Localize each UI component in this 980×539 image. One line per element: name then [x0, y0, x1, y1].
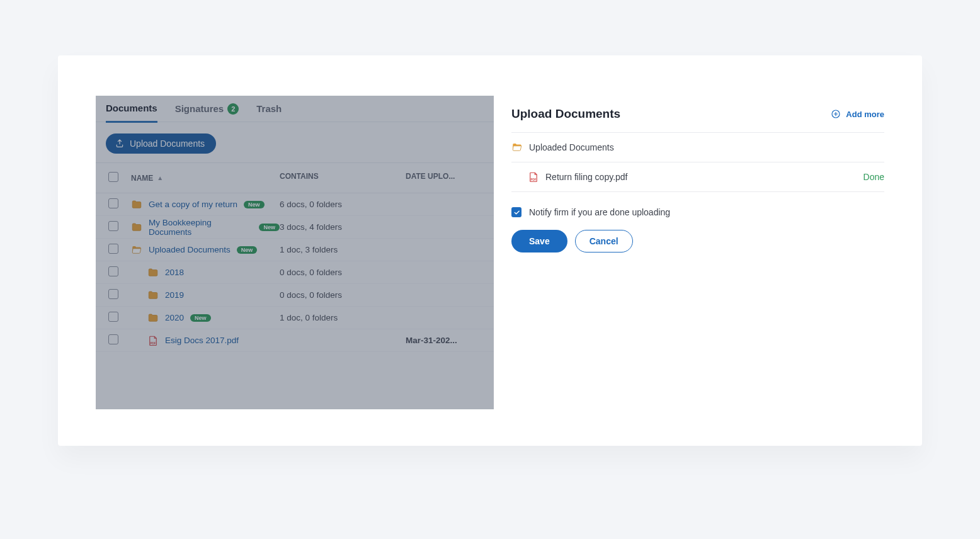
table-row: 20190 docs, 0 folders: [96, 284, 494, 307]
new-badge: New: [259, 224, 280, 231]
folder-icon: [131, 199, 142, 210]
row-name-link[interactable]: Get a copy of my return: [149, 200, 237, 209]
documents-panel: Documents Signatures 2 Trash Upload Docu…: [96, 96, 494, 409]
row-checkbox[interactable]: [108, 266, 118, 276]
cancel-button[interactable]: Cancel: [575, 230, 633, 252]
table-body: Get a copy of my returnNew6 docs, 0 fold…: [96, 193, 494, 352]
notify-firm-checkbox[interactable]: [511, 207, 521, 217]
folder-icon: [147, 290, 159, 301]
row-name-link[interactable]: Esig Docs 2017.pdf: [165, 336, 239, 345]
tab-documents-label: Documents: [106, 103, 157, 113]
panel-header: Upload Documents Add more: [511, 107, 884, 133]
upload-icon: [115, 139, 125, 149]
cancel-button-label: Cancel: [590, 236, 618, 246]
table-row: 2020New1 doc, 0 folders: [96, 307, 494, 329]
row-date: Mar-31-202...: [406, 336, 494, 345]
pdf-icon: [528, 171, 539, 183]
upload-side-panel: Upload Documents Add more Uploaded Docum…: [494, 96, 922, 409]
save-button-label: Save: [529, 236, 550, 246]
row-checkbox[interactable]: [108, 312, 118, 322]
tab-trash[interactable]: Trash: [256, 103, 282, 122]
row-name-link[interactable]: My Bookkeeping Documents: [149, 218, 253, 237]
notify-firm-label: Notify firm if you are done uploading: [529, 207, 670, 217]
column-date-label: DATE UPLO...: [406, 172, 455, 181]
column-date[interactable]: DATE UPLO...: [406, 172, 494, 184]
folder-open-icon: [511, 142, 523, 153]
panel-title: Upload Documents: [511, 107, 620, 121]
check-icon: [513, 209, 520, 216]
tab-signatures[interactable]: Signatures 2: [175, 103, 239, 122]
table-row: Uploaded DocumentsNew1 doc, 3 folders: [96, 239, 494, 261]
select-all-checkbox[interactable]: [108, 172, 118, 182]
new-badge: New: [237, 246, 258, 254]
row-checkbox[interactable]: [108, 334, 118, 344]
row-contains: 0 docs, 0 folders: [280, 290, 406, 300]
row-name-link[interactable]: 2020: [165, 313, 184, 322]
app-card: Documents Signatures 2 Trash Upload Docu…: [58, 55, 922, 446]
row-contains: 6 docs, 0 folders: [280, 200, 406, 209]
row-name-link[interactable]: 2019: [165, 290, 184, 300]
upload-documents-label: Upload Documents: [130, 139, 205, 149]
row-contains: 1 doc, 0 folders: [280, 313, 406, 322]
tab-signatures-label: Signatures: [175, 103, 224, 114]
new-badge: New: [190, 314, 211, 322]
plus-circle-icon: [831, 109, 841, 119]
target-folder-row: Uploaded Documents: [511, 133, 884, 162]
row-name-link[interactable]: 2018: [165, 268, 184, 277]
upload-documents-button[interactable]: Upload Documents: [106, 133, 216, 154]
pdf-icon: [147, 335, 159, 346]
tab-trash-label: Trash: [256, 103, 282, 114]
folder-icon: [147, 312, 159, 324]
target-folder-label: Uploaded Documents: [529, 142, 614, 152]
row-checkbox[interactable]: [108, 221, 118, 231]
table-row: Get a copy of my returnNew6 docs, 0 fold…: [96, 193, 494, 216]
folder-icon: [147, 267, 159, 278]
tabs: Documents Signatures 2 Trash: [96, 96, 494, 122]
add-more-label: Add more: [846, 110, 884, 119]
toolbar: Upload Documents: [96, 122, 494, 163]
folder-open-icon: [131, 244, 142, 256]
notify-firm-row: Notify firm if you are done uploading: [511, 192, 884, 230]
row-contains: 0 docs, 0 folders: [280, 268, 406, 277]
new-badge: New: [244, 201, 265, 208]
table-header: NAME ▲ CONTAINS DATE UPLO...: [96, 163, 494, 193]
tab-signatures-badge: 2: [227, 103, 239, 115]
uploaded-file-status: Done: [863, 172, 884, 182]
uploaded-file-name: Return filing copy.pdf: [545, 172, 627, 182]
row-checkbox[interactable]: [108, 198, 118, 208]
uploaded-file-row: Return filing copy.pdf Done: [511, 162, 884, 192]
row-checkbox[interactable]: [108, 289, 118, 299]
sort-asc-icon: ▲: [157, 174, 163, 181]
table-row: 20180 docs, 0 folders: [96, 261, 494, 284]
table-row: Esig Docs 2017.pdfMar-31-202...: [96, 329, 494, 352]
row-checkbox[interactable]: [108, 244, 118, 254]
tab-documents[interactable]: Documents: [106, 103, 157, 123]
column-contains-label: CONTAINS: [280, 172, 319, 181]
save-button[interactable]: Save: [511, 230, 567, 252]
row-contains: 1 doc, 3 folders: [280, 245, 406, 254]
column-name-label: NAME: [131, 174, 153, 183]
add-more-button[interactable]: Add more: [831, 109, 884, 119]
row-name-link[interactable]: Uploaded Documents: [149, 245, 231, 254]
table-row: My Bookkeeping DocumentsNew3 docs, 4 fol…: [96, 216, 494, 239]
column-contains[interactable]: CONTAINS: [280, 172, 406, 184]
folder-icon: [131, 222, 142, 233]
panel-actions: Save Cancel: [511, 230, 884, 252]
column-name[interactable]: NAME ▲: [131, 172, 280, 184]
row-contains: 3 docs, 4 folders: [280, 222, 406, 232]
